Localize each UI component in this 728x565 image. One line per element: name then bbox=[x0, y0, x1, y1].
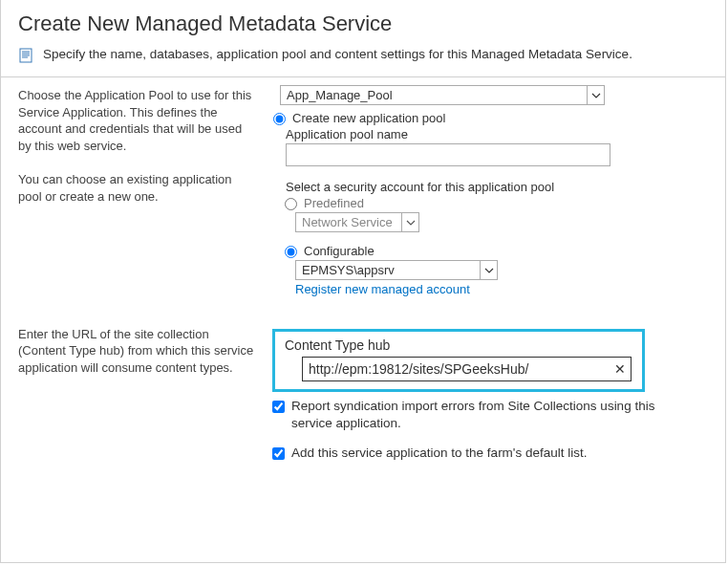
create-pool-radio[interactable] bbox=[273, 113, 286, 125]
hub-label: Content Type hub bbox=[285, 337, 632, 353]
app-pool-description-1: Choose the Application Pool to use for t… bbox=[18, 87, 255, 154]
dialog: Create New Managed Metadata Service Spec… bbox=[0, 0, 726, 563]
configurable-select[interactable]: EPMSYS\appsrv bbox=[295, 260, 498, 280]
existing-pool-value: App_Manage_Pool bbox=[287, 88, 393, 102]
chevron-down-icon bbox=[587, 86, 604, 104]
add-default-row: Add this service application to the farm… bbox=[268, 445, 708, 463]
predefined-radio-row: Predefined bbox=[280, 196, 708, 210]
create-pool-label: Create new application pool bbox=[292, 111, 445, 125]
predefined-select-row: Network Service bbox=[295, 212, 708, 232]
left-column: Choose the Application Pool to use for t… bbox=[1, 77, 268, 518]
report-errors-label: Report syndication import errors from Si… bbox=[291, 398, 674, 432]
clear-icon[interactable]: ✕ bbox=[610, 358, 631, 380]
report-errors-row: Report syndication import errors from Si… bbox=[268, 398, 708, 432]
dialog-title: Create New Managed Metadata Service bbox=[18, 11, 708, 36]
configurable-label: Configurable bbox=[304, 244, 375, 258]
app-pool-description-2: You can choose an existing application p… bbox=[18, 171, 255, 205]
chevron-down-icon bbox=[480, 261, 497, 279]
chevron-down-icon bbox=[401, 213, 418, 231]
pool-name-section: Application pool name bbox=[286, 127, 708, 166]
configurable-group: EPMSYS\appsrv Register new managed accou… bbox=[295, 260, 708, 296]
right-column: App_Manage_Pool Create new application p… bbox=[268, 77, 725, 518]
dialog-header: Create New Managed Metadata Service Spec… bbox=[1, 0, 725, 76]
add-default-label: Add this service application to the farm… bbox=[291, 445, 587, 462]
intro-row: Specify the name, databases, application… bbox=[18, 46, 708, 69]
report-errors-checkbox[interactable] bbox=[272, 401, 285, 413]
pool-name-input[interactable] bbox=[286, 143, 610, 166]
existing-pool-row: App_Manage_Pool bbox=[280, 85, 708, 105]
predefined-label: Predefined bbox=[304, 196, 364, 210]
pool-name-label: Application pool name bbox=[286, 127, 708, 141]
content-columns: Choose the Application Pool to use for t… bbox=[1, 76, 725, 518]
configurable-radio-row: Configurable bbox=[280, 244, 708, 258]
predefined-radio[interactable] bbox=[285, 198, 297, 210]
add-default-checkbox[interactable] bbox=[272, 447, 285, 460]
hub-description: Enter the URL of the site collection (Co… bbox=[18, 326, 255, 377]
spacer bbox=[18, 223, 255, 326]
hub-url-input[interactable] bbox=[303, 359, 610, 380]
intro-text: Specify the name, databases, application… bbox=[43, 46, 632, 63]
create-pool-radio-row: Create new application pool bbox=[268, 111, 708, 125]
configurable-select-value: EPMSYS\appsrv bbox=[302, 263, 395, 277]
document-icon bbox=[18, 48, 33, 63]
register-account-link[interactable]: Register new managed account bbox=[295, 282, 470, 296]
predefined-select-value: Network Service bbox=[302, 215, 393, 229]
security-label: Select a security account for this appli… bbox=[286, 180, 708, 194]
content-type-hub-box: Content Type hub ✕ bbox=[272, 329, 645, 392]
security-section: Select a security account for this appli… bbox=[286, 180, 708, 296]
hub-input-wrap: ✕ bbox=[302, 357, 632, 381]
configurable-radio[interactable] bbox=[285, 246, 297, 258]
existing-pool-select[interactable]: App_Manage_Pool bbox=[280, 85, 605, 105]
predefined-select[interactable]: Network Service bbox=[295, 212, 419, 232]
